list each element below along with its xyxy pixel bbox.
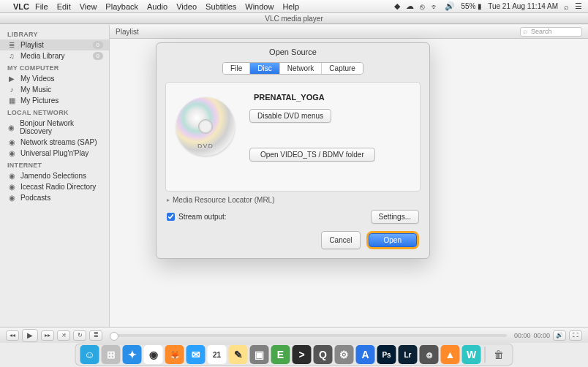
media-library-icon: ♫ <box>7 52 16 60</box>
sidebar-item-jamendo[interactable]: ◉ Jamendo Selections <box>0 170 109 181</box>
dock-safari-icon[interactable]: ✦ <box>123 345 142 364</box>
dock-appstore-icon[interactable]: A <box>356 345 375 364</box>
dock-notes-icon[interactable]: ✎ <box>229 345 248 364</box>
dock-trash-icon[interactable]: 🗑 <box>489 345 508 364</box>
menubar-wifi-icon[interactable]: ᯤ <box>431 2 439 11</box>
dock-finder-icon[interactable]: ☺ <box>80 345 99 364</box>
sidebar-item-label: Bonjour Network Discovery <box>20 119 102 135</box>
volume-button[interactable]: 🔊 <box>553 330 566 341</box>
tab-file[interactable]: File <box>223 63 250 74</box>
menu-window[interactable]: Window <box>245 2 274 11</box>
sidebar-item-playlist[interactable]: ≣ Playlist 0 <box>0 39 109 50</box>
dvd-disc-icon: DVD <box>176 97 235 156</box>
playlist-icon: ≣ <box>7 41 16 49</box>
fullscreen-button[interactable]: ⛶ <box>569 330 582 341</box>
dock-mail-icon[interactable]: ✉ <box>186 345 206 364</box>
search-input[interactable]: Search <box>520 27 582 37</box>
playlist-button[interactable]: ≣ <box>89 330 102 341</box>
dock-quicktime-icon[interactable]: Q <box>314 345 333 364</box>
time-total: 00:00 <box>533 332 550 339</box>
repeat-button[interactable]: ↻ <box>73 330 86 341</box>
mrl-disclosure[interactable]: ▸ Media Resource Locator (MRL) <box>167 196 419 204</box>
menu-edit[interactable]: Edit <box>57 2 71 11</box>
sidebar-item-icecast[interactable]: ◉ Icecast Radio Directory <box>0 181 109 192</box>
menu-playback[interactable]: Playback <box>105 2 138 11</box>
dock-chrome-icon[interactable]: ◉ <box>144 345 163 364</box>
open-source-dialog: Open Source File Disc Network Capture DV… <box>156 42 430 259</box>
macos-menubar: VLC File Edit View Playback Audio Video … <box>0 0 588 13</box>
settings-button[interactable]: Settings... <box>371 210 419 224</box>
menubar-datetime[interactable]: Tue 21 Aug 11:14 AM <box>488 2 558 10</box>
sidebar-item-podcasts[interactable]: ◉ Podcasts <box>0 192 109 203</box>
dock-preview-icon[interactable]: ▣ <box>250 345 269 364</box>
sidebar-item-my-videos[interactable]: ▶ My Videos <box>0 73 109 84</box>
sidebar-item-my-music[interactable]: ♪ My Music <box>0 84 109 95</box>
sidebar-item-bonjour[interactable]: ◉ Bonjour Network Discovery <box>0 118 109 137</box>
dock-wondershare-icon[interactable]: W <box>462 345 481 364</box>
sidebar-item-media-library[interactable]: ♫ Media Library 0 <box>0 50 109 61</box>
dock: ☺⊞✦◉🦊✉21✎▣E>Q⚙APsLr⌾▲W🗑 <box>75 344 513 366</box>
dock-launchpad-icon[interactable]: ⊞ <box>102 345 121 364</box>
network-icon: ◉ <box>7 149 16 157</box>
next-button[interactable]: ▸▸ <box>41 330 54 341</box>
sidebar-section-local-network: LOCAL NETWORK <box>0 106 109 118</box>
sidebar-item-label: Network streams (SAP) <box>20 138 97 146</box>
open-button[interactable]: Open <box>369 233 417 247</box>
prev-button[interactable]: ◂◂ <box>6 330 19 341</box>
menubar-spotlight-icon[interactable]: ⌕ <box>564 2 569 11</box>
sidebar-item-upnp[interactable]: ◉ Universal Plug'n'Play <box>0 148 109 159</box>
sidebar-item-label: Icecast Radio Directory <box>20 183 96 191</box>
disable-dvd-menus-button[interactable]: Disable DVD menus <box>249 109 331 123</box>
sidebar-section-internet: INTERNET <box>0 159 109 170</box>
dock-calendar-icon[interactable]: 21 <box>208 345 227 364</box>
sidebar: LIBRARY ≣ Playlist 0 ♫ Media Library 0 M… <box>0 25 110 327</box>
dock-firefox-icon[interactable]: 🦊 <box>165 345 184 364</box>
dock-evernote-icon[interactable]: E <box>271 345 290 364</box>
playlist-toolbar: Playlist Search <box>110 25 588 39</box>
dock-preferences-icon[interactable]: ⚙ <box>335 345 354 364</box>
menu-video[interactable]: Video <box>176 2 197 11</box>
network-icon: ◉ <box>7 138 16 146</box>
seek-slider[interactable] <box>110 334 507 337</box>
stream-output-label: Stream output: <box>178 213 227 221</box>
menu-file[interactable]: File <box>35 2 48 11</box>
sidebar-item-my-pictures[interactable]: ▦ My Pictures <box>0 95 109 106</box>
menubar-volume-icon[interactable]: 🔊 <box>445 1 455 11</box>
dialog-tabs: File Disc Network Capture <box>222 62 363 75</box>
menubar-dropbox-icon[interactable]: ◆ <box>394 1 400 11</box>
menubar-share-icon[interactable]: ⎋ <box>420 2 425 11</box>
dock-vlc-icon[interactable]: ▲ <box>441 345 460 364</box>
sidebar-item-sap[interactable]: ◉ Network streams (SAP) <box>0 137 109 148</box>
tab-network[interactable]: Network <box>280 63 323 74</box>
disc-format-label: DVD <box>197 143 214 150</box>
toolbar-tab-playlist[interactable]: Playlist <box>116 28 139 36</box>
play-button[interactable]: ▶ <box>22 329 38 342</box>
menu-view[interactable]: View <box>80 2 97 11</box>
dock-photoshop-icon[interactable]: Ps <box>377 345 396 364</box>
menubar-list-icon[interactable]: ☰ <box>575 1 582 11</box>
menu-subtitles[interactable]: Subtitles <box>206 2 236 11</box>
tab-disc[interactable]: Disc <box>250 63 279 74</box>
menu-audio[interactable]: Audio <box>147 2 167 11</box>
dock-terminal-icon[interactable]: > <box>293 345 312 364</box>
media-library-count-badge: 0 <box>93 52 103 60</box>
music-icon: ♪ <box>7 86 16 94</box>
stream-output-checkbox[interactable] <box>167 213 175 221</box>
menu-help[interactable]: Help <box>282 2 299 11</box>
dialog-title: Open Source <box>157 43 429 62</box>
dock-lightroom-icon[interactable]: Lr <box>399 345 418 364</box>
shuffle-button[interactable]: ⤨ <box>57 330 70 341</box>
open-videots-folder-button[interactable]: Open VIDEO_TS / BDMV folder <box>249 148 375 162</box>
menubar-battery[interactable]: 55% ▮ <box>461 2 482 10</box>
cancel-button[interactable]: Cancel <box>321 231 360 249</box>
dock-activity-icon[interactable]: ⌾ <box>420 345 439 364</box>
playlist-count-badge: 0 <box>93 41 103 49</box>
menubar-cloud-icon[interactable]: ☁ <box>406 1 414 11</box>
sidebar-section-library: LIBRARY <box>0 28 109 39</box>
mrl-label: Media Resource Locator (MRL) <box>173 196 275 204</box>
tab-capture[interactable]: Capture <box>322 63 363 74</box>
sidebar-item-label: Podcasts <box>20 194 50 202</box>
dock-separator <box>485 347 486 363</box>
app-name[interactable]: VLC <box>13 2 29 11</box>
sidebar-item-label: Jamendo Selections <box>20 172 86 180</box>
